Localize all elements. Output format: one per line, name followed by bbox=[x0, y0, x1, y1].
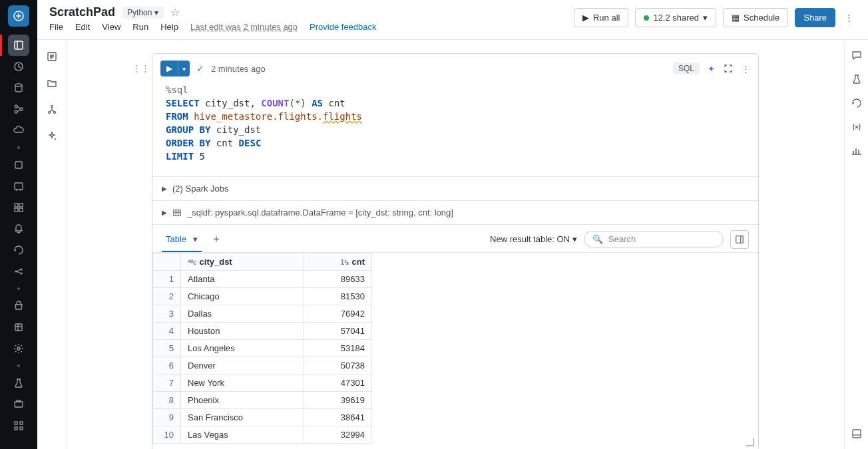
flask-icon[interactable] bbox=[851, 73, 863, 85]
result-table-toggle[interactable]: New result table: ON ▾ bbox=[490, 234, 577, 244]
svg-rect-23 bbox=[20, 427, 23, 430]
toc-icon[interactable] bbox=[46, 51, 58, 63]
search-input[interactable]: 🔍 Search bbox=[584, 231, 724, 247]
search-icon: 🔍 bbox=[592, 234, 603, 244]
column-header[interactable]: city_dst bbox=[200, 257, 232, 267]
menu-edit[interactable]: Edit bbox=[75, 22, 90, 32]
drag-handle-icon[interactable]: ⋮⋮ bbox=[132, 63, 150, 73]
run-all-button[interactable]: ▶ Run all bbox=[574, 8, 628, 27]
tab-table[interactable]: Table ▾ bbox=[162, 226, 202, 252]
kebab-menu-icon[interactable]: ⋮ bbox=[842, 10, 856, 25]
resize-handle-icon[interactable] bbox=[746, 438, 754, 446]
table-row[interactable]: 6Denver50738 bbox=[153, 357, 372, 374]
revision-history-icon[interactable] bbox=[851, 97, 863, 109]
last-edit-label[interactable]: Last edit was 2 minutes ago bbox=[190, 22, 298, 32]
run-cell-button[interactable]: ▶ ▾ bbox=[160, 61, 190, 76]
table-row[interactable]: 10Las Vegas32994 bbox=[153, 426, 372, 444]
share-button[interactable]: Share bbox=[795, 8, 835, 27]
svg-rect-7 bbox=[15, 162, 22, 168]
svg-rect-9 bbox=[15, 204, 18, 207]
table-row[interactable]: 2Chicago81530 bbox=[153, 288, 372, 305]
models-icon[interactable] bbox=[5, 394, 32, 415]
dashboards-icon[interactable] bbox=[5, 197, 32, 218]
history-icon[interactable] bbox=[5, 239, 32, 261]
table-icon bbox=[172, 208, 182, 218]
settings-icon[interactable] bbox=[5, 338, 32, 359]
svg-rect-18 bbox=[15, 402, 23, 407]
svg-rect-11 bbox=[15, 208, 18, 212]
panel-toggle-icon[interactable] bbox=[851, 428, 863, 440]
chevron-down-icon: ▾ bbox=[178, 61, 190, 76]
play-icon: ▶ bbox=[160, 61, 178, 76]
table-row[interactable]: 3Dallas76942 bbox=[153, 305, 372, 323]
number-type-icon: 1²₃ bbox=[341, 259, 349, 266]
rail-divider bbox=[17, 287, 20, 290]
schedule-button[interactable]: ▦ Schedule bbox=[723, 8, 788, 27]
experiments-icon[interactable] bbox=[5, 373, 32, 394]
menu-help[interactable]: Help bbox=[160, 22, 178, 32]
rail-divider bbox=[17, 146, 20, 149]
svg-point-26 bbox=[51, 106, 53, 108]
menu-run[interactable]: Run bbox=[132, 22, 148, 32]
workspace-icon[interactable] bbox=[8, 35, 29, 56]
menu-view[interactable]: View bbox=[102, 22, 120, 32]
svg-point-6 bbox=[15, 110, 17, 113]
results-tab-bar: Table ▾ ＋ New result table: ON ▾ 🔍 Searc… bbox=[152, 224, 758, 252]
chevron-down-icon[interactable]: ▾ bbox=[193, 234, 198, 244]
compute-icon[interactable] bbox=[5, 154, 32, 176]
notebook-canvas: ⋮⋮ ▶ ▾ ✓ 2 minutes ago SQL ✦ ⋮ %sql SELE… bbox=[67, 40, 844, 449]
status-dot-icon bbox=[644, 15, 649, 21]
partner-icon[interactable] bbox=[5, 317, 32, 338]
assistant-icon[interactable] bbox=[46, 130, 58, 142]
table-row[interactable]: 5Los Angeles53184 bbox=[153, 340, 372, 357]
feedback-link[interactable]: Provide feedback bbox=[310, 22, 376, 32]
chevron-right-icon: ▶ bbox=[162, 209, 167, 216]
table-row[interactable]: 7New York47301 bbox=[153, 374, 372, 392]
folder-icon[interactable] bbox=[46, 77, 58, 89]
alerts-icon[interactable] bbox=[5, 218, 32, 239]
svg-rect-30 bbox=[174, 210, 181, 216]
table-row[interactable]: 1Atlanta89633 bbox=[153, 271, 372, 288]
cluster-selector[interactable]: 12.2 shared ▾ bbox=[635, 8, 716, 27]
schema-icon[interactable] bbox=[46, 104, 58, 116]
dataframe-summary-row[interactable]: ▶ _sqldf: pyspark.sql.dataframe.DataFram… bbox=[152, 200, 758, 224]
expand-icon[interactable] bbox=[723, 63, 734, 74]
panel-toggle-icon[interactable] bbox=[730, 230, 749, 249]
spark-jobs-row[interactable]: ▶ (2) Spark Jobs bbox=[152, 176, 758, 200]
column-header[interactable]: cnt bbox=[352, 257, 365, 267]
recents-icon[interactable] bbox=[5, 56, 32, 77]
menu-file[interactable]: File bbox=[49, 22, 63, 32]
chart-icon[interactable] bbox=[851, 145, 863, 157]
code-cell: ⋮⋮ ▶ ▾ ✓ 2 minutes ago SQL ✦ ⋮ %sql SELE… bbox=[152, 53, 759, 449]
sql-icon[interactable] bbox=[5, 176, 32, 197]
data-icon[interactable] bbox=[5, 77, 32, 98]
cloud-icon[interactable] bbox=[5, 120, 32, 141]
new-button[interactable] bbox=[8, 5, 29, 27]
svg-rect-22 bbox=[15, 427, 17, 430]
rail-divider bbox=[17, 365, 20, 367]
svg-rect-19 bbox=[17, 400, 21, 402]
variables-icon[interactable] bbox=[851, 121, 863, 133]
comments-icon[interactable] bbox=[851, 49, 863, 61]
table-row[interactable]: 4Houston57041 bbox=[153, 323, 372, 340]
add-tab-button[interactable]: ＋ bbox=[211, 232, 222, 246]
features-icon[interactable] bbox=[5, 415, 32, 436]
svg-rect-12 bbox=[19, 208, 23, 212]
svg-rect-21 bbox=[20, 422, 23, 424]
workflows-icon[interactable] bbox=[5, 98, 32, 120]
cell-status-time: 2 minutes ago bbox=[211, 64, 266, 74]
kebab-menu-icon[interactable]: ⋮ bbox=[742, 64, 750, 74]
language-selector[interactable]: Python ▾ bbox=[122, 7, 164, 19]
cell-language-chip[interactable]: SQL bbox=[673, 63, 700, 75]
play-icon: ▶ bbox=[582, 13, 589, 23]
marketplace-icon[interactable] bbox=[5, 295, 32, 317]
table-row[interactable]: 9San Francisco38641 bbox=[153, 409, 372, 426]
ml-icon[interactable] bbox=[5, 261, 32, 282]
sparkle-icon[interactable]: ✦ bbox=[708, 64, 715, 74]
star-icon[interactable]: ☆ bbox=[170, 6, 180, 19]
code-editor[interactable]: %sql SELECT city_dst, COUNT(*) AS cnt FR… bbox=[152, 80, 758, 176]
svg-point-17 bbox=[17, 347, 20, 350]
chevron-down-icon: ▾ bbox=[154, 8, 158, 17]
page-title: ScratchPad bbox=[49, 5, 115, 19]
table-row[interactable]: 8Phoenix39619 bbox=[153, 392, 372, 409]
